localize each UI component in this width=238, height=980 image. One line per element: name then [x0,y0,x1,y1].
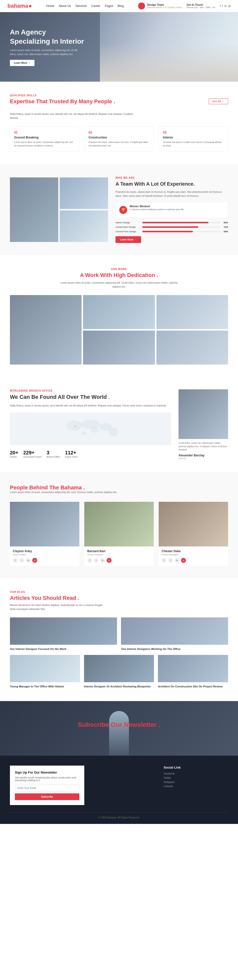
stat-label-4: Expert Team [65,456,77,458]
avatar [138,3,145,10]
nav-blog[interactable]: Blog [118,4,124,8]
newsletter-section: Subscribe Our Newsletter . [0,701,238,756]
team-member-role-2: Senior Designer [87,554,151,556]
member1-linkedin-icon[interactable]: in [26,558,31,563]
footer-bottom: © 2023 Bahama. All Rights Reserved. [10,813,228,819]
see-all-button[interactable]: See All → [209,98,228,104]
footer-social-title: Social Link [163,765,228,769]
blog-section: Our Blog Articles You Should Read . Maur… [0,578,238,701]
stat-label-3: Branch Office [47,456,60,458]
blog-image-4 [84,655,154,682]
member2-facebook-icon[interactable]: f [87,558,92,563]
hero-section: An Agency Specializing In Interior Lorem… [0,12,238,82]
progress-bar-bg-2 [142,226,220,228]
stat-projects: 229+ Successful Project [23,450,42,458]
footer-email-input[interactable] [15,785,79,791]
blog-posts-left: Our Interior Designer Focused On His Wor… [10,617,228,689]
member3-facebook-icon[interactable]: f [162,558,167,563]
member1-facebook-icon[interactable]: f [13,558,18,563]
nav-home[interactable]: Home [46,4,54,8]
blog-image-2 [121,617,228,645]
skill-num-3: 03 [163,130,224,134]
team-member-name-3: Chester Deke [162,549,225,553]
blog-image-5 [158,655,228,682]
skill-desc-1: Lorem ipsum dolor sit amet, consectetur … [14,141,75,147]
nav-about[interactable]: About Us [59,4,71,8]
nav-pages[interactable]: Pages [105,4,113,8]
instagram-icon[interactable]: in [224,4,227,8]
stat-clients: 20+ Clients [10,450,18,458]
progress-label-1: Interior Design [116,221,140,224]
nav-social-icons: f t in yt [220,4,230,8]
learn-more-button[interactable]: Learn More → [116,236,141,243]
member2-youtube-icon[interactable]: yt [106,558,111,563]
dedication-gallery [10,295,228,364]
svg-point-4 [108,428,119,436]
footer-subscribe-button[interactable]: Subscribe [15,793,79,800]
stat-num-4: 112+ [65,450,77,456]
design-team-name: Design Team [147,3,182,6]
team-header: People Behind The Bahama . Lorem ipsum d… [10,484,228,500]
blog-card-4: Interior Designer Or Architect Reviewing… [84,655,154,689]
who-image-top-right [60,177,108,209]
svg-point-0 [67,421,82,431]
member3-twitter-icon[interactable]: t [168,558,173,563]
progress-bar-fill-1 [142,222,208,223]
dedication-section: Our Work A Work With High Dedication . L… [0,255,238,377]
progress-value-2: 72% [224,226,228,228]
team-social-3: f t in yt [162,558,225,563]
person-name: Alexander Barclay [179,453,228,457]
team-social-1: f t in yt [13,558,76,563]
footer-copyright: © 2023 Bahama. All Rights Reserved. [98,816,140,819]
dedication-image-5 [156,331,228,364]
member1-twitter-icon[interactable]: t [19,558,24,563]
stat-label-1: Clients [10,456,18,458]
who-image-main [10,177,58,242]
skill-card-2: 02 Construction Praesent dui turpis, ull… [84,126,154,152]
nav-services[interactable]: Services [75,4,87,8]
team-card-3: Chester Deke Project Manager f t in yt [159,502,228,566]
dedication-tag: Our Work [10,268,228,270]
facebook-icon[interactable]: f [220,4,221,8]
member1-youtube-icon[interactable]: yt [32,558,37,563]
skills-section: Qualified Skills Expertise That Trusted … [0,82,238,164]
hero-button[interactable]: Learn More → [10,60,35,66]
newsletter-content: Subscribe Our Newsletter . [10,721,228,729]
progress-value-3: 65% [224,230,228,233]
footer-link-facebook[interactable]: Facebook [163,772,228,775]
blog-image-1 [10,617,117,645]
blog-card-5: Architect On Construction Site On Projec… [158,655,228,689]
member2-twitter-icon[interactable]: t [94,558,99,563]
skill-num-2: 02 [89,130,149,134]
footer-link-linkedin[interactable]: LinkedIn [163,785,228,788]
skill-desc-3: Sit amet nisl purus in mollis nunc sed i… [163,141,224,147]
team-grid: Clayton Arley Team Leader f t in yt Barn… [10,502,228,566]
member3-youtube-icon[interactable]: yt [181,558,186,563]
blog-post-title-1: Our Interior Designer Focused On His Wor… [10,647,117,651]
nav-links: Home About Us Services Career Pages Blog [46,4,124,8]
logo[interactable]: bahama● [8,3,32,9]
hero-description: Lorem ipsum dolor sit amet, consectetur … [10,48,84,56]
member3-linkedin-icon[interactable]: in [175,558,179,563]
blog-top-row: Our Interior Designer Focused On His Wor… [10,617,228,651]
skill-title-3: Interior [163,136,224,139]
person-silhouette [109,711,129,756]
person-photo [179,389,228,439]
youtube-icon[interactable]: yt [228,4,230,8]
twitter-icon[interactable]: t [222,4,223,8]
world-map-svg [10,413,171,445]
progress-bar-bg-3 [142,231,220,232]
team-member-role-1: Team Leader [13,554,76,556]
team-social-2: f t in yt [87,558,151,563]
footer-social-links: Social Link Facebook Twitter Instagram L… [163,765,228,805]
nav-career[interactable]: Career [91,4,100,8]
skills-title: Expertise That Trusted By Many People . [10,98,115,105]
member2-linkedin-icon[interactable]: in [100,558,105,563]
footer-link-instagram[interactable]: Instagram [163,781,228,783]
footer-link-twitter[interactable]: Twitter [163,776,228,779]
progress-item-3: Ground Floor Design 65% [116,230,228,233]
progress-bars: Interior Design 85% Construction Design … [116,221,228,233]
skills-cards: 01 Ground Breaking Lorem ipsum dolor sit… [10,126,228,152]
progress-item-2: Construction Design 72% [116,226,228,228]
team-info-2: Barnard Bart Senior Designer f t in yt [84,546,154,566]
